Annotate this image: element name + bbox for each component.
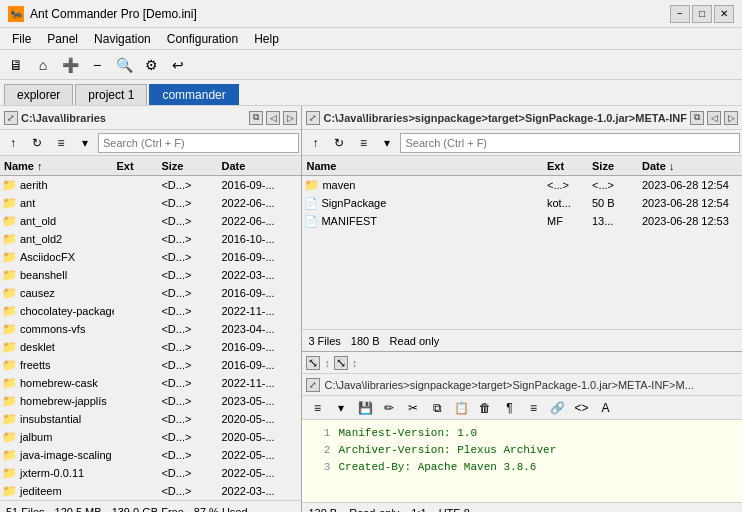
right-col-name[interactable]: Name	[304, 160, 545, 172]
left-copy-path[interactable]: ⧉	[249, 111, 263, 125]
left-view-btn[interactable]: ≡	[50, 133, 72, 153]
left-nav-right[interactable]: ▷	[283, 111, 297, 125]
viewer-tool-para[interactable]: ¶	[498, 398, 520, 418]
right-col-size[interactable]: Size	[590, 160, 640, 172]
table-row[interactable]: 📁jalbum <D...> 2020-05-...	[0, 428, 301, 446]
table-row[interactable]: 📁freetts <D...> 2016-09-...	[0, 356, 301, 374]
left-file-count: 51 Files	[6, 506, 45, 513]
menu-help[interactable]: Help	[246, 30, 287, 48]
table-row[interactable]: 📁insubstantial <D...> 2020-05-...	[0, 410, 301, 428]
right-refresh-btn[interactable]: ↻	[328, 133, 350, 153]
title-bar-left: 🐜 Ant Commander Pro [Demo.ini]	[8, 6, 197, 22]
right-nav-right[interactable]: ▷	[724, 111, 738, 125]
toolbar-remove[interactable]: −	[85, 53, 109, 77]
viewer-expand-label2: ↕	[352, 357, 358, 369]
toolbar: 🖥 ⌂ ➕ − 🔍 ⚙ ↩	[0, 50, 742, 80]
viewer-expand-left[interactable]: ⤡	[306, 356, 320, 370]
viewer-tool-code[interactable]: <>	[570, 398, 592, 418]
right-panel-header: ⤢ C:\Java\libraries>signpackage>target>S…	[302, 106, 742, 130]
right-view-btn2[interactable]: ▾	[376, 133, 398, 153]
table-row[interactable]: 📁homebrew-cask <D...> 2022-11-...	[0, 374, 301, 392]
right-panel-path: C:\Java\libraries>signpackage>target>Sig…	[323, 112, 687, 124]
viewer-tool-cut[interactable]: ✂	[402, 398, 424, 418]
table-row[interactable]: 📁ant_old <D...> 2022-06-...	[0, 212, 301, 230]
menu-configuration[interactable]: Configuration	[159, 30, 246, 48]
left-refresh-btn[interactable]: ↻	[26, 133, 48, 153]
viewer-tool-edit[interactable]: ✏	[378, 398, 400, 418]
left-col-ext[interactable]: Ext	[114, 160, 159, 172]
table-row[interactable]: 📁ant <D...> 2022-06-...	[0, 194, 301, 212]
tab-commander[interactable]: commander	[149, 84, 238, 105]
toolbar-home[interactable]: ⌂	[31, 53, 55, 77]
right-col-ext[interactable]: Ext	[545, 160, 590, 172]
table-row[interactable]: 📁ant_old2 <D...> 2016-10-...	[0, 230, 301, 248]
viewer-tool-font[interactable]: A	[594, 398, 616, 418]
viewer-tool-paste[interactable]: 📋	[450, 398, 472, 418]
table-row[interactable]: 📁aerith <D...> 2016-09-...	[0, 176, 301, 194]
left-search-input[interactable]	[98, 133, 299, 153]
right-expand[interactable]: ⤢	[306, 111, 320, 125]
table-row[interactable]: 📁commons-vfs <D...> 2023-04-...	[0, 320, 301, 338]
viewer-tool-align[interactable]: ≡	[522, 398, 544, 418]
toolbar-back[interactable]: ↩	[166, 53, 190, 77]
right-panel-footer: 3 Files 180 B Read only	[302, 329, 742, 351]
left-col-size[interactable]: Size	[159, 160, 219, 172]
toolbar-search[interactable]: 🔍	[112, 53, 136, 77]
viewer-panel: ⤡ ↕ ⤡ ↕ ⤢ C:\Java\libraries>signpackage>…	[302, 352, 742, 512]
table-row[interactable]: 📄SignPackage kot... 50 B 2023-06-28 12:5…	[302, 194, 742, 212]
menu-file[interactable]: File	[4, 30, 39, 48]
left-panel-footer: 51 Files 120.5 MB 139.0 GB Free 87 % Use…	[0, 500, 301, 512]
left-file-size: 120.5 MB	[55, 506, 102, 513]
table-row[interactable]: 📁java-image-scaling <D...> 2022-05-...	[0, 446, 301, 464]
minimize-button[interactable]: −	[670, 5, 690, 23]
toolbar-monitor[interactable]: 🖥	[4, 53, 28, 77]
right-search-input[interactable]	[400, 133, 740, 153]
viewer-line: 1 Manifest-Version: 1.0	[310, 424, 734, 441]
menu-navigation[interactable]: Navigation	[86, 30, 159, 48]
viewer-toolbar: ≡ ▾ 💾 ✏ ✂ ⧉ 📋 🗑 ¶ ≡ 🔗 <> A	[302, 396, 742, 420]
right-up-btn[interactable]: ↑	[304, 133, 326, 153]
right-nav-left[interactable]: ◁	[707, 111, 721, 125]
tab-project1[interactable]: project 1	[75, 84, 147, 105]
table-row[interactable]: 📁homebrew-japplís <D...> 2023-05-...	[0, 392, 301, 410]
left-used-space: 87 % Used	[194, 506, 248, 513]
left-col-date[interactable]: Date	[219, 160, 299, 172]
viewer-tool-save[interactable]: 💾	[354, 398, 376, 418]
table-row[interactable]: 📁jediteem <D...> 2022-03-...	[0, 482, 301, 500]
viewer-position: 1:1	[411, 507, 426, 513]
right-list-header: Name Ext Size Date ↓	[302, 156, 742, 176]
right-view-btn[interactable]: ≡	[352, 133, 374, 153]
viewer-tool-del[interactable]: 🗑	[474, 398, 496, 418]
left-view-btn2[interactable]: ▾	[74, 133, 96, 153]
table-row[interactable]: 📁chocolatey-packages <D...> 2022-11-...	[0, 302, 301, 320]
right-col-date[interactable]: Date ↓	[640, 160, 740, 172]
left-expand[interactable]: ⤢	[4, 111, 18, 125]
viewer-tool-nav[interactable]: ≡	[306, 398, 328, 418]
left-nav-left[interactable]: ◁	[266, 111, 280, 125]
viewer-tool-down[interactable]: ▾	[330, 398, 352, 418]
right-panel-toolbar: ↑ ↻ ≡ ▾	[302, 130, 742, 156]
table-row[interactable]: 📁maven <...> <...> 2023-06-28 12:54	[302, 176, 742, 194]
table-row[interactable]: 📁beanshell <D...> 2022-03-...	[0, 266, 301, 284]
table-row[interactable]: 📁desklet <D...> 2016-09-...	[0, 338, 301, 356]
table-row[interactable]: 📁AsciidocFX <D...> 2016-09-...	[0, 248, 301, 266]
close-button[interactable]: ✕	[714, 5, 734, 23]
tab-explorer[interactable]: explorer	[4, 84, 73, 105]
maximize-button[interactable]: □	[692, 5, 712, 23]
left-col-name[interactable]: Name ↑	[2, 160, 114, 172]
left-up-btn[interactable]: ↑	[2, 133, 24, 153]
table-row[interactable]: 📄MANIFEST MF 13... 2023-06-28 12:53	[302, 212, 742, 230]
viewer-mode: Read-only	[349, 507, 399, 513]
menu-panel[interactable]: Panel	[39, 30, 86, 48]
viewer-line: 3 Created-By: Apache Maven 3.8.6	[310, 458, 734, 475]
viewer-tool-copy[interactable]: ⧉	[426, 398, 448, 418]
viewer-path: ⤢ C:\Java\libraries>signpackage>target>S…	[302, 374, 742, 396]
table-row[interactable]: 📁causez <D...> 2016-09-...	[0, 284, 301, 302]
table-row[interactable]: 📁jxterm-0.0.11 <D...> 2022-05-...	[0, 464, 301, 482]
viewer-header-expand[interactable]: ⤢	[306, 378, 320, 392]
toolbar-add[interactable]: ➕	[58, 53, 82, 77]
toolbar-settings[interactable]: ⚙	[139, 53, 163, 77]
viewer-expand-right[interactable]: ⤡	[334, 356, 348, 370]
viewer-tool-link[interactable]: 🔗	[546, 398, 568, 418]
right-copy-path[interactable]: ⧉	[690, 111, 704, 125]
